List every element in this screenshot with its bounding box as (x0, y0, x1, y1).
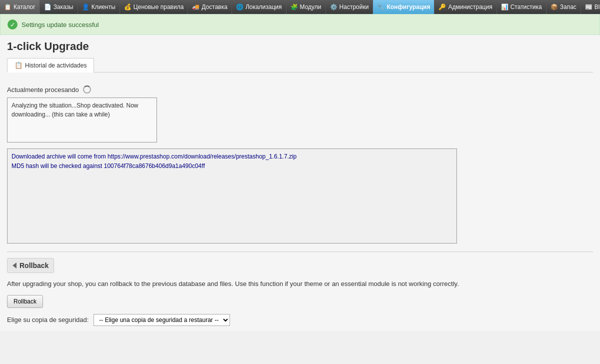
small-log-box: Analyzing the situation...Shop deactivat… (7, 98, 157, 142)
nav-catalogo[interactable]: 📋 Каталог (0, 0, 40, 14)
log-line-2: MD5 hash will be checked against 100764f… (12, 162, 452, 171)
tab-historial[interactable]: 📋 Historial de actividades (7, 58, 94, 72)
rollback-button[interactable]: Rollback (7, 295, 43, 308)
backup-select[interactable]: -- Elige una copia de seguridad a restau… (94, 314, 230, 326)
cenovye-icon: 💰 (124, 4, 132, 10)
nav-cenovye[interactable]: 💰 Ценовые правила (120, 0, 188, 14)
lokalizaciya-icon: 🌐 (236, 4, 244, 10)
nav-statistika[interactable]: 📊 Статистика (497, 0, 546, 14)
large-log-box: Downloaded archive will come from https:… (7, 148, 457, 244)
nav-dostavka[interactable]: 🚚 Доставка (188, 0, 232, 14)
dostavka-icon: 🚚 (192, 4, 200, 10)
loading-spinner (83, 86, 91, 94)
page-content: 1-click Upgrade 📋 Historial de actividad… (0, 35, 600, 331)
nav-konfiguraciya[interactable]: 🔧 Конфигурация (373, 0, 434, 14)
nav-zakazy[interactable]: 📄 Заказы (40, 0, 78, 14)
klienty-icon: 👤 (82, 4, 90, 10)
zakazy-icon: 📄 (44, 4, 52, 10)
backup-row: Elige su copia de seguridad: -- Elige un… (7, 314, 593, 326)
rollback-arrow-icon (12, 262, 16, 268)
backup-label: Elige su copia de seguridad: (7, 316, 88, 324)
administraciya-icon: 🔑 (438, 4, 446, 10)
nav-nastrojki[interactable]: ⚙️ Настройки (326, 0, 374, 14)
success-message: Settings update successful (22, 21, 99, 28)
rollback-title: Rollback (20, 262, 48, 270)
page-title: 1-click Upgrade (7, 40, 593, 53)
rollback-section: Rollback After upgrading your shop, you … (7, 258, 593, 326)
statistika-icon: 📊 (501, 4, 508, 10)
zapas-icon: 📦 (550, 4, 558, 10)
moduli-icon: 🧩 (290, 4, 298, 10)
nav-zapas[interactable]: 📦 Запас (546, 0, 581, 14)
rollback-description: After upgrading your shop, you can rollb… (7, 279, 593, 289)
tab-bar: 📋 Historial de actividades (7, 58, 593, 72)
log-line-1: Downloaded archive will come from https:… (12, 152, 452, 162)
nav-administraciya[interactable]: 🔑 Администрация (434, 0, 496, 14)
success-icon: ✓ (8, 20, 18, 30)
catalogo-icon: 📋 (4, 4, 12, 10)
nav-klienty[interactable]: 👤 Клиенты (78, 0, 120, 14)
konfiguraciya-icon: 🔧 (377, 4, 384, 10)
nastrojki-icon: ⚙️ (330, 4, 338, 10)
section-divider (7, 252, 593, 252)
nav-moduli[interactable]: 🧩 Модули (286, 0, 326, 14)
nav-lokalizaciya[interactable]: 🌐 Локализация (232, 0, 286, 14)
historial-icon: 📋 (14, 62, 22, 69)
rollback-header: Rollback (7, 258, 54, 273)
success-banner: ✓ Settings update successful (0, 14, 600, 35)
processing-area: Actualmente procesando Analyzing the sit… (7, 80, 593, 244)
top-navigation: 📋 Каталог 📄 Заказы 👤 Клиенты 💰 Ценовые п… (0, 0, 600, 14)
nav-blog[interactable]: 📰 Blog (581, 0, 600, 14)
processing-label: Actualmente procesando (7, 86, 593, 94)
blog-icon: 📰 (585, 4, 592, 10)
